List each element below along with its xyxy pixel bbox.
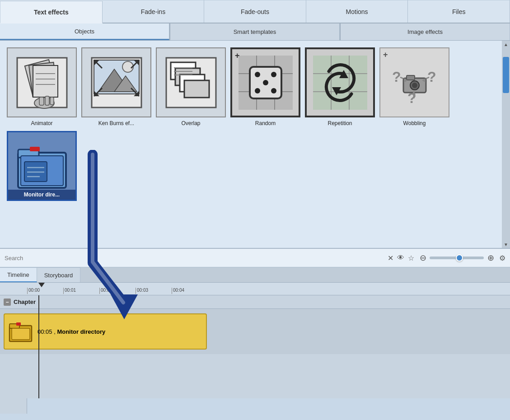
playhead-line xyxy=(38,295,39,398)
tracks-area: − Chapter xyxy=(0,295,510,398)
sub-tab-bar: Objects Smart templates Image effects xyxy=(0,23,510,41)
search-settings-icon[interactable]: ⚙ xyxy=(499,254,505,262)
clip-name: Monitor directory xyxy=(57,328,105,335)
tab-fade-outs[interactable]: Fade-outs xyxy=(204,0,306,23)
timeline-body: 00:00 00:01 00:02 00:03 00:04 xyxy=(0,283,510,398)
main-content-area: Animator xyxy=(0,41,510,248)
subtab-smart-templates-label: Smart templates xyxy=(234,28,276,35)
chapter-collapse-button[interactable]: − xyxy=(4,299,11,306)
svg-text:?: ? xyxy=(392,69,401,85)
tab-fade-ins[interactable]: Fade-ins xyxy=(103,0,205,23)
chapter-label: Chapter xyxy=(14,299,36,305)
tab-fade-outs-label: Fade-outs xyxy=(241,8,269,15)
random-label: Random xyxy=(255,120,276,126)
scrollbar-up-arrow[interactable]: ▲ xyxy=(503,41,509,48)
monitor-dir-icon xyxy=(13,137,71,196)
clip-folder-icon xyxy=(8,318,33,345)
search-star-icon[interactable]: ☆ xyxy=(408,254,414,262)
zoom-in-button[interactable]: ⊕ xyxy=(486,253,496,263)
scrollbar-track: ▲ ▼ xyxy=(502,41,510,248)
animator-label: Animator xyxy=(31,120,52,126)
monitor-dir-thumb[interactable]: Monitor dire... xyxy=(7,131,77,201)
svg-rect-10 xyxy=(50,97,54,105)
random-thumb[interactable]: + xyxy=(230,47,300,117)
tab-motions[interactable]: Motions xyxy=(306,0,408,23)
tab-storyboard-label: Storyboard xyxy=(44,272,73,279)
zoom-slider[interactable] xyxy=(430,257,484,259)
random-plus-icon: + xyxy=(235,51,240,61)
grid-item-random[interactable]: + Random xyxy=(230,47,300,126)
subtab-image-effects[interactable]: Image effects xyxy=(341,23,510,40)
timeline-right: 00:00 00:01 00:02 00:03 00:04 xyxy=(0,283,510,398)
timeline-ruler: 00:00 00:01 00:02 00:03 00:04 xyxy=(0,283,510,295)
tab-timeline[interactable]: Timeline xyxy=(0,267,37,282)
items-grid: Animator xyxy=(0,41,502,205)
svg-point-42 xyxy=(271,88,276,93)
clip-info: 00:05 , Monitor directory xyxy=(37,328,105,335)
svg-rect-9 xyxy=(45,96,49,105)
repetition-icon xyxy=(313,56,367,110)
ruler-ticks xyxy=(0,292,510,295)
timeline-clip[interactable]: 00:05 , Monitor directory xyxy=(4,313,207,350)
svg-rect-101 xyxy=(12,328,30,340)
grid-item-kenburns[interactable]: Ken Burns ef... xyxy=(81,47,151,126)
playhead-triangle-icon xyxy=(38,283,45,287)
zoom-out-button[interactable]: ⊖ xyxy=(418,253,428,263)
tab-fade-ins-label: Fade-ins xyxy=(141,8,165,15)
kenburns-label: Ken Burns ef... xyxy=(98,120,134,126)
tab-text-effects[interactable]: Text effects xyxy=(0,1,103,23)
clip-text: 00:05 , Monitor directory xyxy=(37,328,105,335)
animator-thumb[interactable] xyxy=(7,47,77,117)
search-bar: ✕ 👁 ☆ ⊖ ⊕ ⚙ xyxy=(0,248,510,267)
grid-item-repetition[interactable]: Repetition xyxy=(305,47,375,126)
overlap-thumb[interactable] xyxy=(156,47,226,117)
zoom-slider-thumb[interactable] xyxy=(456,254,463,261)
repetition-label: Repetition xyxy=(328,120,352,126)
svg-rect-3 xyxy=(33,65,58,97)
clip-time: 00:05 xyxy=(37,328,52,335)
wobbling-plus-icon: + xyxy=(383,50,388,60)
overlap-icon xyxy=(164,56,218,110)
kenburns-thumb[interactable] xyxy=(81,47,151,117)
search-input[interactable] xyxy=(5,255,384,261)
clip-track: 00:05 , Monitor directory xyxy=(0,309,510,354)
timeline-section: Timeline Storyboard xyxy=(0,267,510,398)
grid-item-overlap[interactable]: Overlap xyxy=(156,47,226,126)
svg-rect-8 xyxy=(39,97,44,105)
subtab-objects[interactable]: Objects xyxy=(0,23,169,40)
monitor-dir-label-overlay: Monitor dire... xyxy=(8,190,75,200)
wobbling-thumb[interactable]: + ? ? ? xyxy=(379,47,449,117)
svg-point-60 xyxy=(412,83,417,88)
chapter-row: − Chapter xyxy=(0,295,510,309)
scrollbar-down-arrow[interactable]: ▼ xyxy=(503,241,509,248)
search-clear-icon[interactable]: ✕ xyxy=(388,254,393,262)
svg-rect-66 xyxy=(30,147,40,151)
random-icon xyxy=(239,56,293,110)
timeline-tab-bar: Timeline Storyboard xyxy=(0,267,510,283)
search-eye-icon[interactable]: 👁 xyxy=(397,254,404,262)
subtab-image-effects-label: Image effects xyxy=(407,28,443,35)
tab-timeline-label: Timeline xyxy=(7,271,29,278)
grid-item-monitor-dir[interactable]: Monitor dire... xyxy=(7,131,77,201)
tab-text-effects-label: Text effects xyxy=(34,9,69,16)
animator-icon xyxy=(15,56,69,110)
wobbling-icon: ? ? ? xyxy=(388,56,442,110)
svg-point-39 xyxy=(271,72,276,77)
svg-rect-58 xyxy=(407,75,415,80)
svg-point-38 xyxy=(255,72,260,77)
zoom-controls: ⊖ ⊕ xyxy=(418,253,496,263)
svg-point-41 xyxy=(255,88,260,93)
tab-motions-label: Motions xyxy=(346,8,368,15)
scrollbar-thumb[interactable] xyxy=(503,57,509,93)
svg-point-40 xyxy=(263,80,268,85)
subtab-objects-label: Objects xyxy=(75,28,94,35)
tab-storyboard[interactable]: Storyboard xyxy=(37,267,81,282)
clip-folder-svg xyxy=(8,320,33,343)
subtab-smart-templates[interactable]: Smart templates xyxy=(170,23,340,40)
top-tab-bar: Text effects Fade-ins Fade-outs Motions … xyxy=(0,0,510,23)
repetition-thumb[interactable] xyxy=(305,47,375,117)
grid-item-animator[interactable]: Animator xyxy=(7,47,77,126)
tab-files[interactable]: Files xyxy=(408,0,510,23)
grid-item-wobbling[interactable]: + ? ? ? xyxy=(379,47,449,126)
wobbling-label: Wobbling xyxy=(403,120,426,126)
